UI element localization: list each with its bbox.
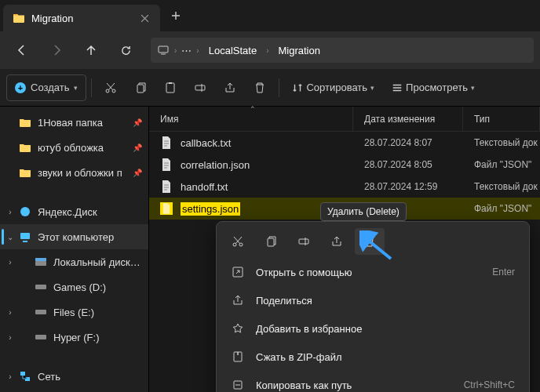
chevron-down-icon[interactable]: ⌄ [5, 233, 16, 241]
more-icon[interactable]: ⋯ [181, 45, 192, 56]
context-menu: Открыть с помощью Enter Поделиться Добав… [216, 221, 530, 392]
back-button[interactable] [6, 36, 38, 64]
file-row[interactable]: correlation.json 28.07.2024 8:05 Файл "J… [149, 154, 540, 176]
new-label: Создать [31, 82, 69, 93]
chevron-right-icon: › [196, 46, 199, 55]
open-icon [231, 266, 245, 278]
chevron-right-icon[interactable]: › [5, 372, 16, 381]
sidebar-network[interactable]: › Сеть [0, 364, 148, 389]
svg-rect-19 [299, 239, 308, 244]
folder-icon [19, 116, 31, 129]
chevron-down-icon: ▾ [370, 84, 374, 92]
svg-rect-11 [35, 285, 46, 289]
folder-icon [13, 12, 25, 24]
svg-point-16 [233, 243, 236, 246]
svg-point-17 [239, 243, 243, 246]
ctx-delete-button[interactable] [355, 228, 385, 255]
rename-button[interactable] [186, 74, 214, 101]
ctx-zip[interactable]: Сжать в ZIP-файл [220, 343, 526, 371]
pc-icon [157, 44, 170, 56]
chevron-down-icon: ▾ [471, 84, 475, 92]
chevron-right-icon[interactable]: › [5, 308, 16, 317]
sidebar: 1Новая папка 📌 ютуб обложка 📌 звуки и об… [0, 107, 149, 392]
tab-title: Migration [31, 13, 132, 24]
ctx-share-button[interactable] [322, 228, 352, 255]
file-row[interactable]: callback.txt 28.07.2024 8:07 Текстовый д… [149, 132, 540, 154]
file-row[interactable]: handoff.txt 28.07.2024 12:59 Текстовый д… [149, 176, 540, 198]
forward-button[interactable] [41, 36, 72, 64]
svg-point-7 [20, 207, 30, 216]
sidebar-yandex-disk[interactable]: › Яндекс.Диск [0, 199, 148, 224]
svg-rect-10 [35, 258, 46, 261]
text-file-icon [160, 180, 173, 193]
up-button[interactable] [75, 36, 107, 64]
svg-rect-0 [159, 46, 168, 53]
ctx-open-with[interactable]: Открыть с помощью Enter [220, 258, 526, 286]
ctx-copy-path[interactable]: Копировать как путь Ctrl+Shift+C [220, 371, 526, 392]
svg-rect-9 [35, 261, 46, 266]
share-button[interactable] [216, 74, 244, 101]
network-icon [19, 370, 31, 383]
folder-icon [19, 141, 31, 154]
svg-rect-4 [166, 83, 174, 93]
path-icon [231, 379, 245, 391]
json-file-icon [160, 158, 173, 171]
paste-button[interactable] [156, 74, 184, 101]
breadcrumb-item[interactable]: LocalState [204, 43, 261, 58]
ctx-copy-button[interactable] [256, 228, 286, 255]
ctx-favorite[interactable]: Добавить в избранное [220, 314, 526, 343]
column-header-date[interactable]: Дата изменения [353, 107, 463, 131]
ctx-rename-button[interactable] [289, 228, 319, 255]
view-label: Просмотреть [406, 82, 468, 93]
sidebar-quick-item[interactable]: 1Новая папка 📌 [0, 110, 148, 135]
chevron-right-icon: › [266, 46, 268, 55]
chevron-right-icon: › [174, 46, 177, 55]
tooltip: Удалить (Delete) [320, 202, 407, 221]
sidebar-drive[interactable]: Games (D:) [0, 274, 148, 299]
new-tab-button[interactable] [163, 3, 188, 28]
drive-icon [35, 281, 47, 293]
sidebar-this-pc[interactable]: ⌄ Этот компьютер [0, 224, 148, 249]
disk-icon [19, 205, 31, 218]
close-icon[interactable] [138, 12, 151, 24]
chevron-right-icon[interactable]: › [5, 208, 16, 216]
sidebar-quick-item[interactable]: звуки и обложки п 📌 [0, 160, 148, 185]
view-button[interactable]: Просмотреть ▾ [384, 74, 483, 101]
sort-indicator-icon: ⌃ [250, 105, 256, 113]
copy-button[interactable] [126, 74, 155, 101]
svg-rect-6 [195, 85, 205, 90]
chevron-right-icon[interactable]: › [5, 333, 16, 342]
sidebar-drive[interactable]: › Files (E:) [0, 299, 148, 325]
svg-rect-13 [35, 335, 46, 339]
breadcrumb-item[interactable]: Migration [273, 43, 324, 58]
svg-rect-18 [268, 238, 274, 246]
drive-icon [35, 331, 47, 343]
svg-rect-12 [35, 310, 46, 314]
plus-icon: + [15, 82, 26, 93]
svg-rect-3 [137, 85, 144, 93]
cut-button[interactable] [97, 74, 125, 101]
text-file-icon [160, 136, 173, 149]
chevron-down-icon: ▾ [74, 84, 78, 92]
new-button[interactable]: + Создать ▾ [6, 74, 86, 101]
sort-button[interactable]: Сортировать ▾ [284, 74, 382, 101]
json-file-icon [160, 202, 173, 215]
svg-rect-14 [20, 372, 25, 376]
ctx-share[interactable]: Поделиться [220, 286, 526, 314]
sidebar-drive[interactable]: › Hyper (F:) [0, 325, 148, 350]
drive-icon [35, 306, 47, 318]
share-icon [231, 294, 245, 307]
svg-point-2 [112, 89, 115, 93]
window-tab[interactable]: Migration [3, 5, 160, 31]
column-header-type[interactable]: Тип [463, 107, 540, 131]
breadcrumb[interactable]: › ⋯ › LocalState › Migration [151, 38, 534, 63]
refresh-button[interactable] [110, 36, 141, 64]
delete-button[interactable] [246, 74, 274, 101]
svg-rect-5 [169, 82, 172, 84]
ctx-cut-button[interactable] [223, 228, 253, 255]
folder-icon [19, 166, 31, 179]
star-icon [231, 322, 245, 335]
sidebar-quick-item[interactable]: ютуб обложка 📌 [0, 135, 148, 160]
chevron-right-icon[interactable]: › [5, 258, 16, 267]
sidebar-drive[interactable]: › Локальный диск (C:) [0, 249, 148, 274]
